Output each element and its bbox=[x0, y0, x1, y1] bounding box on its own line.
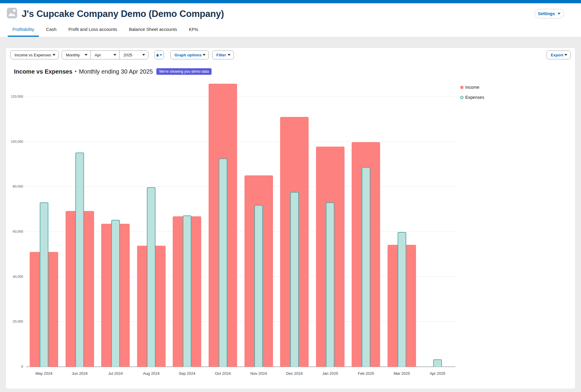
demo-data-badge: We're showing you demo data bbox=[156, 68, 212, 75]
settings-button[interactable]: Settings bbox=[534, 9, 564, 18]
chart-header: Income vs Expenses • Monthly ending 30 A… bbox=[14, 67, 212, 76]
filter-label: Filter bbox=[216, 53, 226, 57]
expenses-bar-jun-2024[interactable] bbox=[75, 153, 84, 367]
x-tick-label: Sep 2024 bbox=[169, 371, 205, 376]
chevron-down-icon bbox=[113, 54, 116, 56]
year-dropdown-value: 2025 bbox=[123, 53, 132, 57]
gridline bbox=[26, 142, 455, 142]
tab-bar: ProfitabilityCashProfit and Loss account… bbox=[8, 25, 203, 37]
legend-dot-income bbox=[460, 86, 463, 89]
tab-profit-and-loss-accounts[interactable]: Profit and Loss accounts bbox=[64, 25, 122, 37]
tab-profitability[interactable]: Profitability bbox=[8, 25, 39, 37]
gridline bbox=[26, 96, 455, 97]
y-tick-label: 60,000 bbox=[6, 230, 23, 233]
legend-dot-expenses bbox=[460, 96, 463, 99]
chart-subtitle: Monthly ending 30 Apr 2025 bbox=[79, 68, 153, 75]
metric-dropdown[interactable]: Income vs Expenses bbox=[10, 50, 59, 59]
expenses-bar-jul-2024[interactable] bbox=[111, 220, 120, 367]
x-tick-label: May 2024 bbox=[26, 371, 62, 376]
period-dropdown-group: Monthly Apr 2025 bbox=[62, 50, 148, 59]
legend-label: Income bbox=[465, 85, 480, 90]
y-tick-label: 0 bbox=[6, 365, 23, 368]
month-dropdown-value: Apr bbox=[95, 53, 101, 57]
chart-legend: IncomeExpenses bbox=[460, 85, 484, 105]
graph-options-button[interactable]: Graph options bbox=[170, 50, 209, 59]
water-drop-button[interactable] bbox=[155, 50, 164, 59]
droplet-icon bbox=[156, 53, 159, 57]
y-tick-label: 120,000 bbox=[6, 95, 23, 98]
metric-dropdown-value: Income vs Expenses bbox=[15, 53, 51, 57]
report-card: Income vs Expenses Monthly Apr 2025 Grap… bbox=[6, 48, 575, 389]
chevron-down-icon bbox=[203, 54, 206, 56]
legend-item-income[interactable]: Income bbox=[460, 85, 484, 90]
top-accent-bar bbox=[0, 0, 581, 3]
tab-kpis[interactable]: KPIs bbox=[184, 25, 203, 37]
graph-options-label: Graph options bbox=[174, 53, 202, 57]
expenses-bar-sep-2024[interactable] bbox=[183, 215, 191, 367]
month-dropdown[interactable]: Apr bbox=[91, 51, 119, 59]
company-logo[interactable] bbox=[7, 8, 17, 18]
x-tick-label: Mar 2025 bbox=[384, 371, 420, 376]
chevron-down-icon bbox=[85, 54, 88, 56]
expenses-bar-dec-2024[interactable] bbox=[290, 192, 299, 367]
x-tick-label: Jul 2024 bbox=[98, 371, 133, 376]
x-tick-label: Apr 2025 bbox=[420, 371, 455, 376]
expenses-bar-mar-2025[interactable] bbox=[398, 232, 406, 367]
export-button[interactable]: Export bbox=[547, 50, 571, 59]
period-dropdown-value: Monthly bbox=[66, 53, 80, 57]
expenses-bar-jan-2025[interactable] bbox=[326, 202, 334, 367]
bar-chart-plot bbox=[26, 78, 455, 367]
expenses-bar-nov-2024[interactable] bbox=[254, 205, 263, 367]
y-tick-label: 20,000 bbox=[6, 320, 23, 323]
year-dropdown[interactable]: 2025 bbox=[119, 51, 148, 59]
chart-title: Income vs Expenses bbox=[14, 68, 72, 75]
y-tick-label: 100,000 bbox=[6, 140, 23, 143]
settings-label: Settings bbox=[538, 11, 555, 16]
chevron-down-icon bbox=[228, 54, 231, 56]
tab-cash[interactable]: Cash bbox=[41, 25, 61, 37]
page-title: J's Cupcake Company Demo (Demo Company) bbox=[22, 9, 224, 19]
image-placeholder-icon bbox=[7, 8, 17, 18]
export-label: Export bbox=[551, 53, 563, 57]
x-tick-label: Jan 2025 bbox=[312, 371, 348, 376]
chevron-down-icon bbox=[564, 54, 567, 56]
period-dropdown[interactable]: Monthly bbox=[62, 51, 91, 59]
legend-item-expenses[interactable]: Expenses bbox=[460, 95, 484, 100]
app-header: J's Cupcake Company Demo (Demo Company) … bbox=[0, 3, 581, 37]
x-tick-label: Oct 2024 bbox=[205, 371, 241, 376]
expenses-bar-aug-2024[interactable] bbox=[147, 187, 155, 367]
filter-button[interactable]: Filter bbox=[212, 50, 234, 59]
chevron-down-icon bbox=[142, 54, 145, 56]
expenses-bar-feb-2025[interactable] bbox=[362, 167, 370, 367]
x-tick-label: Aug 2024 bbox=[134, 371, 169, 376]
chevron-down-icon bbox=[160, 54, 162, 56]
tab-balance-sheet-accounts[interactable]: Balance Sheet accounts bbox=[124, 25, 182, 37]
expenses-bar-apr-2025[interactable] bbox=[433, 359, 442, 367]
x-tick-label: Dec 2024 bbox=[277, 371, 312, 376]
expenses-bar-may-2024[interactable] bbox=[40, 202, 48, 367]
legend-label: Expenses bbox=[465, 95, 484, 100]
x-tick-label: Feb 2025 bbox=[348, 371, 384, 376]
x-tick-label: Nov 2024 bbox=[241, 371, 277, 376]
x-tick-label: Jun 2024 bbox=[62, 371, 98, 376]
chart-title-separator: • bbox=[75, 69, 77, 75]
y-tick-label: 40,000 bbox=[6, 275, 23, 278]
gridline bbox=[26, 186, 455, 187]
chevron-down-icon bbox=[558, 13, 561, 15]
y-tick-label: 80,000 bbox=[6, 185, 23, 188]
expenses-bar-oct-2024[interactable] bbox=[219, 158, 227, 367]
chevron-down-icon bbox=[53, 54, 55, 56]
